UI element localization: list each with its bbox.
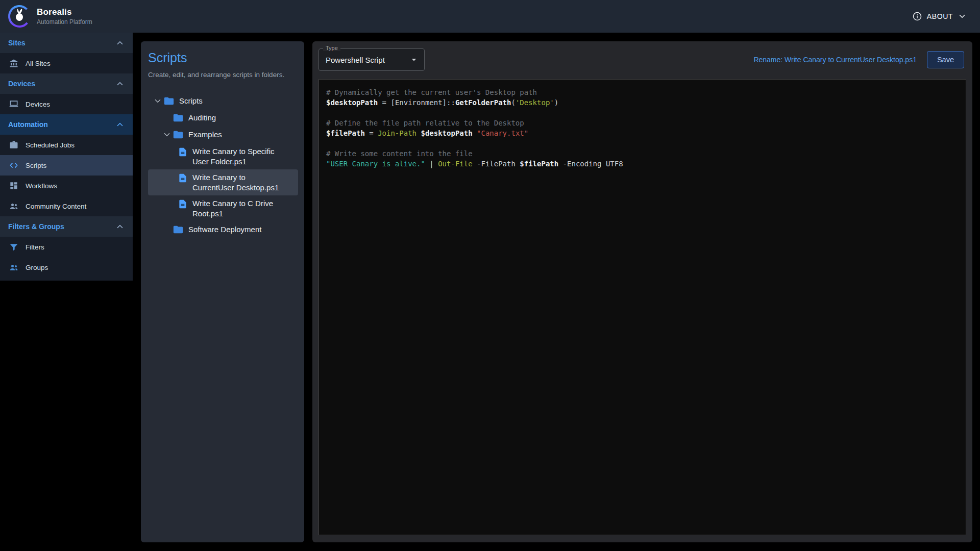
file-icon (178, 199, 188, 209)
funnel-icon (9, 242, 19, 252)
scripts-panel: Scripts Create, edit, and rearrange scri… (141, 41, 304, 542)
tree-file-write-canary-currentuser-desktop[interactable]: Write Canary to CurrentUser Desktop.ps1 (148, 169, 298, 195)
sidebar-item-workflows[interactable]: Workflows (0, 176, 133, 196)
scripts-tree: Scripts Auditing Examples Write Canary t… (148, 93, 298, 238)
folder-icon (173, 224, 184, 235)
people-icon (9, 201, 19, 211)
folder-icon (173, 129, 184, 140)
tree-label: Write Canary to Specific User Folder.ps1 (192, 146, 287, 166)
code-token: GetFolderPath (455, 98, 511, 107)
type-select-label: Type (323, 45, 340, 51)
save-button[interactable]: Save (927, 51, 964, 68)
sidebar-section-automation[interactable]: Automation (0, 114, 133, 135)
code-line (326, 108, 959, 118)
topbar: Borealis Automation Platform ABOUT (0, 0, 980, 33)
about-label: ABOUT (927, 12, 953, 20)
nav-item-label: Workflows (26, 182, 57, 190)
file-icon (178, 173, 188, 183)
chevron-down-icon (153, 96, 162, 106)
info-icon (912, 11, 922, 21)
tree-file-write-canary-specific-user[interactable]: Write Canary to Specific User Folder.ps1 (148, 143, 298, 169)
code-line: $desktopPath = [Environment]::GetFolderP… (326, 97, 959, 108)
section-label: Automation (8, 120, 48, 129)
code-icon (9, 160, 19, 170)
code-token: | (425, 160, 438, 168)
nav-item-label: All Sites (26, 60, 51, 67)
tree-folder-auditing[interactable]: Auditing (148, 110, 298, 127)
sidebar-item-scripts[interactable]: Scripts (0, 155, 133, 176)
code-token (473, 129, 477, 137)
nav-item-label: Scripts (26, 162, 46, 169)
code-token: # Write some content into the file (326, 149, 473, 158)
chevron-up-icon (115, 120, 125, 129)
chevron-down-icon (162, 130, 172, 139)
tree-file-write-canary-c-drive-root[interactable]: Write Canary to C Drive Root.ps1 (148, 195, 298, 221)
panel-subtitle: Create, edit, and rearrange scripts in f… (148, 70, 298, 80)
code-token: # Define the file path relative to the D… (326, 119, 524, 127)
code-token: [Environment]:: (390, 98, 455, 107)
tree-folder-examples[interactable]: Examples (148, 127, 298, 143)
devices-icon (9, 99, 19, 109)
about-menu[interactable]: ABOUT (912, 11, 967, 21)
code-editor[interactable]: # Dynamically get the current user's Des… (318, 79, 966, 535)
sidebar-item-all-sites[interactable]: All Sites (0, 53, 133, 73)
brand-name: Borealis (37, 7, 92, 17)
nav-item-label: Filters (26, 243, 44, 251)
sidebar-section-devices[interactable]: Devices (0, 73, 133, 94)
code-token: "Canary.txt" (477, 129, 528, 137)
tree-label: Write Canary to CurrentUser Desktop.ps1 (192, 172, 287, 192)
code-line: "USER Canary is alive." | Out-File -File… (326, 159, 959, 169)
tree-label: Software Deployment (188, 224, 261, 235)
sidebar-item-community-content[interactable]: Community Content (0, 196, 133, 216)
section-label: Filters & Groups (8, 222, 64, 231)
chevron-up-icon (115, 38, 125, 47)
nav-item-label: Groups (26, 264, 48, 271)
sidebar-item-filters[interactable]: Filters (0, 237, 133, 257)
code-line: # Write some content into the file (326, 148, 959, 159)
type-select-wrap: Powershell Script Type (318, 48, 425, 71)
brand: Borealis Automation Platform (37, 7, 92, 26)
sidebar: Sites All Sites Devices Devices Automati… (0, 33, 133, 281)
tree-folder-software-deployment[interactable]: Software Deployment (148, 221, 298, 238)
code-token: ) (554, 98, 558, 107)
sidebar-section-filters-groups[interactable]: Filters & Groups (0, 216, 133, 237)
code-token: $filePath (520, 160, 558, 168)
code-token: $desktopPath (421, 129, 472, 137)
people-icon (9, 262, 19, 272)
code-token: "USER Canary is alive." (326, 160, 425, 168)
editor-header: Powershell Script Type Rename: Write Can… (312, 41, 972, 73)
nav-item-label: Scheduled Jobs (26, 141, 75, 149)
rename-link[interactable]: Rename: Write Canary to CurrentUser Desk… (753, 56, 917, 64)
code-token: = (365, 129, 378, 137)
chevron-down-icon (958, 12, 967, 21)
chevron-up-icon (115, 79, 125, 88)
editor-panel: Powershell Script Type Rename: Write Can… (312, 41, 972, 542)
code-token: ( (511, 98, 515, 107)
folder-icon (163, 95, 175, 107)
tree-folder-scripts[interactable]: Scripts (148, 93, 298, 110)
dropdown-caret-icon (409, 55, 419, 65)
editor-header-actions: Rename: Write Canary to CurrentUser Desk… (753, 51, 964, 68)
code-line: # Dynamically get the current user's Des… (326, 87, 959, 97)
sidebar-item-devices[interactable]: Devices (0, 94, 133, 114)
brand-subtitle: Automation Platform (37, 18, 92, 26)
section-label: Sites (8, 39, 25, 47)
borealis-logo (7, 4, 32, 29)
nav-item-label: Community Content (26, 203, 86, 210)
bank-icon (9, 58, 19, 68)
code-line: $filePath = Join-Path $desktopPath "Cana… (326, 128, 959, 138)
nav-item-label: Devices (26, 101, 50, 108)
script-type-select[interactable]: Powershell Script (318, 48, 425, 71)
code-token: Out-File (438, 160, 472, 168)
tree-label: Examples (188, 130, 222, 140)
sidebar-item-scheduled-jobs[interactable]: Scheduled Jobs (0, 135, 133, 155)
type-select-value: Powershell Script (326, 56, 385, 64)
code-line: # Define the file path relative to the D… (326, 118, 959, 128)
code-line (326, 138, 959, 148)
sidebar-item-groups[interactable]: Groups (0, 257, 133, 278)
section-label: Devices (8, 80, 35, 88)
code-token: $desktopPath (326, 98, 378, 107)
workflow-grid-icon (9, 181, 19, 191)
tree-label: Scripts (179, 96, 203, 106)
sidebar-section-sites[interactable]: Sites (0, 33, 133, 53)
